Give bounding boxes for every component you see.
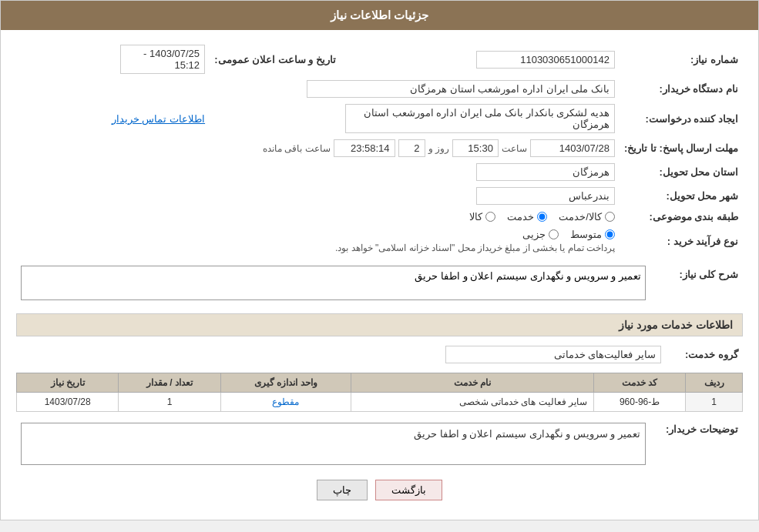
tabaqe-label: طبقه بندی موضوعی: xyxy=(620,208,743,226)
col-vahid: واحد اندازه گیری xyxy=(220,373,351,393)
radio-khedmat[interactable]: خدمت xyxy=(507,211,547,223)
col-tedad: تعداد / مقدار xyxy=(119,373,220,393)
mohlat-roz: 2 xyxy=(398,139,425,157)
col-nam: نام خدمت xyxy=(351,373,594,393)
radio-jozi-label: جزیی xyxy=(522,229,546,240)
cell-tarikh: 1403/07/28 xyxy=(17,393,119,412)
print-button[interactable]: چاپ xyxy=(317,480,368,500)
radio-kala[interactable]: کالا xyxy=(469,211,495,223)
button-row: بازگشت چاپ xyxy=(16,480,743,500)
namdastgah-value: بانک ملی ایران اداره امورشعب استان هرمزگ… xyxy=(307,80,615,98)
grouh-label: گروه خدمت: xyxy=(666,343,743,366)
cell-tedad: 1 xyxy=(119,393,220,412)
mohlat-roz-label: روز و xyxy=(428,143,449,154)
mohlat-saat-label: ساعت xyxy=(502,143,527,154)
radio-kala-label: کالا xyxy=(469,211,482,223)
mohlat-saat: 15:30 xyxy=(452,139,499,157)
tozihat-label: توضیحات خریدار: xyxy=(650,420,743,468)
mohlat-date: 1403/07/28 xyxy=(530,139,615,157)
grouh-value: سایر فعالیت‌های خدماتی xyxy=(445,346,661,363)
tarikh-value: 1403/07/25 - 15:12 xyxy=(120,45,205,74)
radio-motavasset-label: متوسط xyxy=(570,229,602,240)
col-tarikh: تاریخ نیاز xyxy=(17,373,119,393)
radio-kala-khedmat[interactable]: کالا/خدمت xyxy=(559,211,615,223)
ij-link[interactable]: اطلاعات تماس خریدار xyxy=(112,113,205,125)
tarikh-label: تاریخ و ساعت اعلان عمومی: xyxy=(210,42,341,77)
mohlat-baqi: 23:58:14 xyxy=(334,139,395,157)
noefrayand-desc: پرداخت تمام یا بخشی از مبلغ خریداز محل "… xyxy=(21,243,615,253)
namdastgah-label: نام دستگاه خریدار: xyxy=(620,77,743,101)
table-row: 1 ط-96-960 سایر فعالیت های خدماتی شخصی م… xyxy=(17,393,743,412)
col-radif: ردیف xyxy=(686,373,743,393)
cell-radif: 1 xyxy=(686,393,743,412)
shahr-label: شهر محل تحویل: xyxy=(620,184,743,208)
radio-khedmat-label: خدمت xyxy=(507,211,534,223)
radio-motavasset[interactable]: متوسط xyxy=(570,229,615,240)
radio-jozi[interactable]: جزیی xyxy=(522,229,559,240)
col-kod: کد خدمت xyxy=(593,373,685,393)
sharh-textarea[interactable] xyxy=(21,266,646,300)
page-title: جزئیات اطلاعات نیاز xyxy=(1,1,758,30)
shomara-label: شماره نیاز: xyxy=(620,42,743,77)
noefrayand-label: نوع فرآیند خرید : xyxy=(620,226,743,256)
ij-label: ایجاد کننده درخواست: xyxy=(620,101,743,136)
radio-kala-khedmat-label: کالا/خدمت xyxy=(559,211,602,223)
back-button[interactable]: بازگشت xyxy=(375,480,442,500)
shahr-value: بندرعباس xyxy=(476,187,615,205)
ostan-value: هرمزگان xyxy=(476,163,615,181)
mohlat-baqi-label: ساعت باقی مانده xyxy=(263,143,331,154)
service-section-header: اطلاعات خدمات مورد نیاز xyxy=(16,313,743,336)
mohlat-label: مهلت ارسال پاسخ: تا تاریخ: xyxy=(620,136,743,160)
cell-nam: سایر فعالیت های خدماتی شخصی xyxy=(351,393,594,412)
sharh-label: شرح کلی نیاز: xyxy=(650,263,743,306)
ij-value: هدیه لشکری بانکدار بانک ملی ایران اداره … xyxy=(345,104,615,133)
tozihat-box: تعمیر و سرویس و نگهداری سیستم اعلان و اط… xyxy=(21,423,646,465)
cell-kod: ط-96-960 xyxy=(593,393,685,412)
cell-vahid: مقطوع xyxy=(220,393,351,412)
shomara-value: 1103030651000142 xyxy=(476,51,615,69)
ostan-label: استان محل تحویل: xyxy=(620,160,743,184)
